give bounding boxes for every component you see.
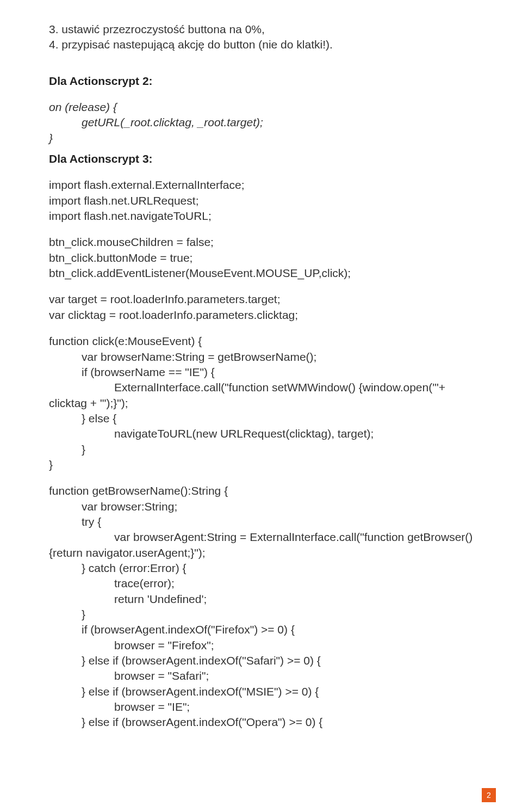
- heading-actionscript-3: Dla Actionscrypt 3:: [49, 151, 473, 167]
- code-line: function getBrowserName():String {: [49, 483, 473, 499]
- code-line: import flash.net.navigateToURL;: [49, 208, 473, 224]
- code-line: }: [49, 607, 473, 622]
- code-line: btn_click.buttonMode = true;: [49, 250, 473, 266]
- document-page: 3. ustawić przezroczystość buttona na 0%…: [0, 0, 522, 812]
- code-line: }: [49, 442, 473, 457]
- list-item-4: 4. przypisać nastepującą akcję do button…: [49, 37, 473, 52]
- code-line: navigateToURL(new URLRequest(clicktag), …: [49, 426, 473, 441]
- code-line: clicktag + "');}");: [49, 396, 473, 411]
- code-line: btn_click.mouseChildren = false;: [49, 235, 473, 250]
- page-number-badge: 2: [482, 788, 496, 802]
- code-line: btn_click.addEventListener(MouseEvent.MO…: [49, 266, 473, 281]
- code-line: getURL(_root.clicktag, _root.target);: [49, 115, 473, 130]
- list-item-3: 3. ustawić przezroczystość buttona na 0%…: [49, 22, 473, 37]
- code-line: try {: [49, 514, 473, 530]
- code-line: import flash.net.URLRequest;: [49, 193, 473, 208]
- code-line: }: [49, 457, 473, 472]
- code-line: ExternalInterface.call("function setWMWi…: [49, 380, 473, 395]
- code-line: } catch (error:Error) {: [49, 561, 473, 576]
- code-line: function click(e:MouseEvent) {: [49, 334, 473, 349]
- code-line: } else if (browserAgent.indexOf("Opera")…: [49, 715, 473, 730]
- code-line: {return navigator.userAgent;}");: [49, 545, 473, 561]
- code-line: trace(error);: [49, 576, 473, 591]
- code-line: var target = root.loaderInfo.parameters.…: [49, 292, 473, 307]
- code-line: var browserName:String = getBrowserName(…: [49, 349, 473, 365]
- code-line: import flash.external.ExternalInterface;: [49, 177, 473, 193]
- code-line: if (browserAgent.indexOf("Firefox") >= 0…: [49, 622, 473, 637]
- code-line: browser = "IE";: [49, 699, 473, 715]
- code-line: } else if (browserAgent.indexOf("Safari"…: [49, 653, 473, 668]
- code-line: var clicktag = root.loaderInfo.parameter…: [49, 307, 473, 323]
- code-line: var browser:String;: [49, 499, 473, 514]
- code-line: return 'Undefined';: [49, 592, 473, 607]
- code-line: browser = "Firefox";: [49, 638, 473, 653]
- code-line: var browserAgent:String = ExternalInterf…: [49, 530, 473, 545]
- heading-actionscript-2: Dla Actionscrypt 2:: [49, 73, 473, 89]
- code-line: } else if (browserAgent.indexOf("MSIE") …: [49, 684, 473, 699]
- code-line: if (browserName == "IE") {: [49, 365, 473, 380]
- code-line: browser = "Safari";: [49, 668, 473, 684]
- code-line: }: [49, 131, 473, 146]
- code-line: } else {: [49, 411, 473, 426]
- code-line: on (release) {: [49, 100, 473, 115]
